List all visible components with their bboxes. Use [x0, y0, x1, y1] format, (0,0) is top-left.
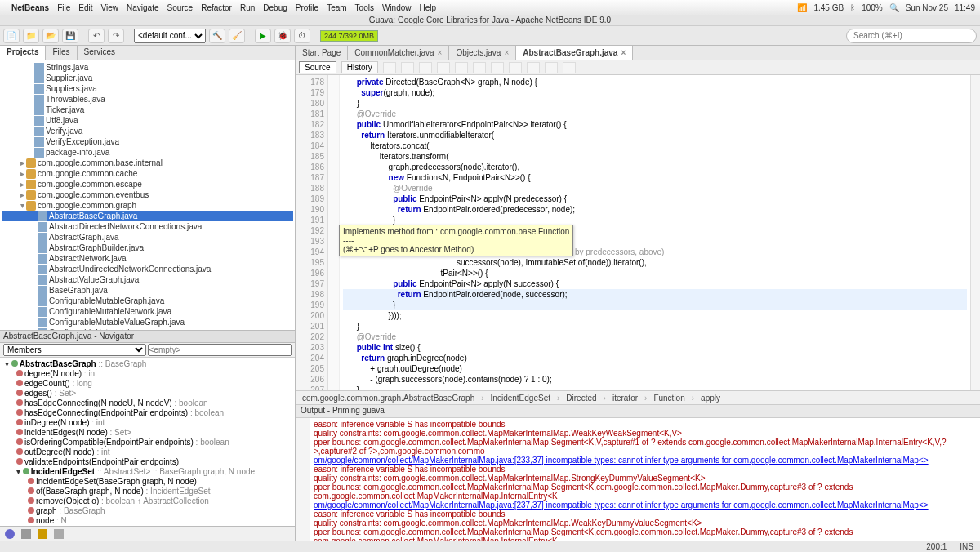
navigator-mode-select[interactable]: Members: [3, 344, 146, 356]
profile-button[interactable]: ⏱: [294, 29, 310, 43]
file-row[interactable]: ConfigurableMutableGraph.java: [2, 296, 293, 306]
tab-objects[interactable]: Objects.java×: [449, 46, 516, 60]
forward-button[interactable]: [401, 62, 414, 73]
find-button[interactable]: [437, 62, 450, 73]
navigator-item[interactable]: degree(N node) : int: [2, 369, 293, 379]
projects-tree[interactable]: Strings.javaSupplier.javaSuppliers.javaT…: [0, 60, 295, 330]
navigator-item[interactable]: remove(Object o) : boolean ↑ AbstractCol…: [2, 496, 293, 506]
file-row[interactable]: ConfigurableMutableNetwork.java: [2, 306, 293, 317]
menu-source[interactable]: Source: [167, 3, 193, 12]
filter-static-icon[interactable]: [21, 529, 31, 539]
navigator-item[interactable]: hasEdgeConnecting(N nodeU, N nodeV) : bo…: [2, 398, 293, 408]
last-edit-button[interactable]: [419, 62, 432, 73]
redo-button[interactable]: ↷: [108, 29, 124, 43]
breadcrumb-item[interactable]: com.google.common.graph.AbstractBaseGrap…: [299, 394, 478, 403]
toggle-bookmark-button[interactable]: [491, 62, 504, 73]
bluetooth-icon[interactable]: ᛒ: [850, 3, 855, 12]
run-button[interactable]: ▶: [255, 29, 271, 43]
tab-files[interactable]: Files: [46, 46, 77, 60]
breadcrumb-item[interactable]: Directed: [563, 394, 599, 403]
package-row[interactable]: ▸com.google.common.cache: [2, 168, 293, 179]
file-row[interactable]: package-info.java: [2, 147, 293, 158]
debug-button[interactable]: 🐞: [274, 29, 291, 43]
package-row[interactable]: ▾com.google.common.graph: [2, 200, 293, 211]
filter-nonpublic-icon[interactable]: [54, 529, 64, 539]
shift-left-button[interactable]: [509, 62, 522, 73]
navigator-item[interactable]: IncidentEdgeSet(BaseGraph graph, N node): [2, 477, 293, 487]
breadcrumb-item[interactable]: apply: [697, 394, 724, 403]
history-mode-button[interactable]: History: [341, 61, 378, 73]
file-row[interactable]: Supplier.java: [2, 73, 293, 83]
menu-file[interactable]: File: [57, 3, 70, 12]
tab-projects[interactable]: Projects: [0, 46, 46, 60]
uncomment-button[interactable]: [563, 62, 576, 73]
navigator-tree[interactable]: ▾ AbstractBaseGraph :: BaseGraph degree(…: [0, 358, 295, 526]
navigator-item[interactable]: graph : BaseGraph: [2, 506, 293, 516]
wifi-icon[interactable]: 📶: [797, 3, 807, 12]
line-gutter[interactable]: 1781791801811821831841851861871881891901…: [296, 75, 328, 390]
file-row[interactable]: AbstractNetwork.java: [2, 253, 293, 264]
error-stripe[interactable]: [970, 75, 980, 390]
source-mode-button[interactable]: Source: [299, 61, 336, 73]
open-button[interactable]: 📂: [42, 29, 59, 43]
breadcrumb-item[interactable]: Function: [650, 394, 688, 403]
filter-inherited-icon[interactable]: [38, 529, 47, 539]
new-file-button[interactable]: 📄: [3, 29, 20, 43]
spotlight-icon[interactable]: 🔍: [889, 3, 899, 12]
navigator-item[interactable]: isOrderingCompatible(EndpointPair endpoi…: [2, 438, 293, 447]
annotation-column[interactable]: [328, 75, 340, 390]
filter-fields-icon[interactable]: [5, 529, 15, 539]
navigator-item[interactable]: incidentEdges(N node) : Set>: [2, 428, 293, 438]
back-button[interactable]: [383, 62, 396, 73]
package-row[interactable]: ▸com.google.common.base.internal: [2, 158, 293, 168]
menu-team[interactable]: Team: [327, 3, 346, 12]
navigator-item[interactable]: validateEndpoints(EndpointPair endpoints…: [2, 457, 293, 467]
breadcrumb-item[interactable]: iterator: [609, 394, 641, 403]
prev-bookmark-button[interactable]: [455, 62, 468, 73]
package-row[interactable]: ▸com.google.common.escape: [2, 179, 293, 189]
file-row[interactable]: ConfigurableMutableValueGraph.java: [2, 317, 293, 327]
breadcrumb[interactable]: com.google.common.graph.AbstractBaseGrap…: [296, 390, 980, 405]
file-row[interactable]: Verify.java: [2, 126, 293, 136]
navigator-item[interactable]: outDegree(N node) : int: [2, 447, 293, 457]
navigator-item[interactable]: edgeCount() : long: [2, 379, 293, 389]
menu-profile[interactable]: Profile: [296, 3, 318, 12]
tab-abstractbasegraph[interactable]: AbstractBaseGraph.java×: [516, 46, 633, 60]
menu-refactor[interactable]: Refactor: [201, 3, 232, 12]
file-row[interactable]: Utf8.java: [2, 115, 293, 126]
close-icon[interactable]: ×: [504, 48, 509, 57]
memory-usage[interactable]: 244.7/392.0MB: [320, 30, 378, 42]
package-row[interactable]: ▸com.google.common.eventbus: [2, 189, 293, 200]
file-row[interactable]: AbstractGraphBuilder.java: [2, 243, 293, 253]
menu-edit[interactable]: Edit: [78, 3, 92, 12]
breadcrumb-item[interactable]: IncidentEdgeSet: [488, 394, 554, 403]
output-text[interactable]: eason: inference variable S has incompat…: [310, 418, 980, 541]
menu-navigate[interactable]: Navigate: [127, 3, 158, 12]
file-row[interactable]: Suppliers.java: [2, 83, 293, 94]
close-icon[interactable]: ×: [621, 48, 626, 57]
menu-tools[interactable]: Tools: [355, 3, 374, 12]
navigator-item[interactable]: of(BaseGraph graph, N node) : IncidentEd…: [2, 487, 293, 496]
global-search-input[interactable]: [846, 29, 977, 43]
menu-debug[interactable]: Debug: [263, 3, 287, 12]
close-icon[interactable]: ×: [438, 48, 443, 57]
file-row[interactable]: Ticker.java: [2, 105, 293, 115]
navigator-item[interactable]: ▾ AbstractBaseGraph :: BaseGraph: [2, 359, 293, 369]
navigator-item[interactable]: inDegree(N node) : int: [2, 418, 293, 428]
navigator-item[interactable]: edges() : Set>: [2, 389, 293, 398]
file-row[interactable]: AbstractBaseGraph.java: [2, 211, 293, 221]
file-row[interactable]: AbstractUndirectedNetworkConnections.jav…: [2, 264, 293, 274]
file-row[interactable]: Throwables.java: [2, 94, 293, 105]
file-row[interactable]: Strings.java: [2, 62, 293, 73]
build-button[interactable]: 🔨: [209, 29, 225, 43]
file-row[interactable]: AbstractValueGraph.java: [2, 274, 293, 285]
navigator-item[interactable]: hasEdgeConnecting(EndpointPair endpoints…: [2, 408, 293, 418]
menu-run[interactable]: Run: [240, 3, 255, 12]
file-row[interactable]: AbstractGraph.java: [2, 232, 293, 243]
navigator-item[interactable]: node : N: [2, 516, 293, 526]
clean-build-button[interactable]: 🧹: [229, 29, 245, 43]
undo-button[interactable]: ↶: [88, 29, 105, 43]
menu-window[interactable]: Window: [382, 3, 412, 12]
menu-help[interactable]: Help: [420, 3, 437, 12]
navigator-filter-input[interactable]: [148, 344, 292, 356]
